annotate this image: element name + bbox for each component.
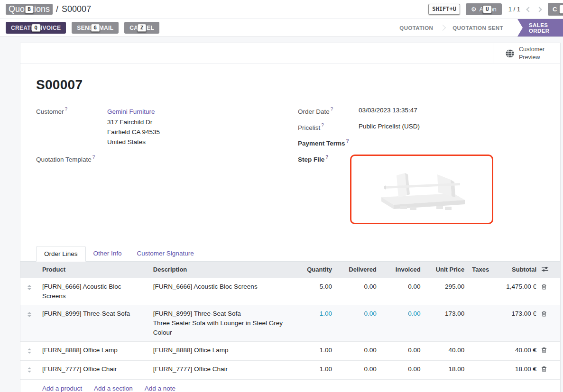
- pager-previous-icon[interactable]: [526, 7, 531, 12]
- cell-invoiced[interactable]: 0.00: [380, 361, 425, 380]
- help-icon: ?: [65, 107, 68, 112]
- cell-taxes[interactable]: [468, 278, 493, 305]
- cell-unit-price[interactable]: 40.00: [425, 342, 469, 361]
- drag-handle[interactable]: [20, 361, 38, 380]
- hint-badge-breadcrumb: B: [25, 5, 34, 14]
- create-invoice-button[interactable]: CREATE INVOICE Q: [6, 22, 66, 34]
- cell-delivered[interactable]: 0.00: [336, 305, 380, 342]
- step-file-image[interactable]: [350, 155, 493, 224]
- tab-other-info[interactable]: Other Info: [86, 246, 129, 261]
- cell-quantity[interactable]: 1.00: [294, 361, 336, 380]
- cell-delivered[interactable]: 0.00: [336, 361, 380, 380]
- table-header-row: Product Description Quantity Delivered I…: [20, 262, 560, 278]
- order-date-value[interactable]: 03/03/2023 13:35:47: [359, 107, 417, 115]
- column-header-description[interactable]: Description: [149, 262, 294, 278]
- column-header-product[interactable]: Product: [38, 262, 149, 278]
- table-row: [FURN_8999] Three-Seat Sofa [FURN_8999] …: [20, 305, 560, 342]
- stage-quotation-sent[interactable]: QUOTATION SENT: [443, 19, 513, 36]
- help-icon: ?: [321, 123, 324, 128]
- drag-handle-icon: [28, 367, 31, 373]
- stage-quotation[interactable]: QUOTATION: [390, 19, 443, 36]
- column-header-subtotal[interactable]: Subtotal: [493, 262, 540, 278]
- send-email-button[interactable]: SEND EMAIL G: [72, 22, 119, 34]
- create-button[interactable]: C: [548, 3, 563, 16]
- breadcrumb-quotations-link[interactable]: Quotations B: [6, 4, 53, 15]
- step-file-field: Step File?: [298, 155, 560, 224]
- customer-address-line: 317 Fairchild Dr: [107, 117, 160, 127]
- order-lines-table: Product Description Quantity Delivered I…: [20, 262, 560, 392]
- delete-row-button[interactable]: [540, 278, 560, 305]
- customer-link[interactable]: Gemini Furniture: [107, 107, 160, 117]
- cell-taxes[interactable]: [468, 361, 493, 380]
- cell-taxes[interactable]: [468, 305, 493, 342]
- add-note-link[interactable]: Add a note: [145, 385, 175, 392]
- drag-handle[interactable]: [20, 305, 38, 342]
- handle-column-header: [20, 262, 38, 278]
- cell-quantity[interactable]: 1.00: [294, 305, 336, 342]
- cell-product[interactable]: [FURN_6666] Acoustic Bloc Screens: [38, 278, 149, 305]
- quotation-template-label: Quotation Template?: [36, 155, 107, 163]
- drag-handle[interactable]: [20, 278, 38, 305]
- cancel-button[interactable]: CANCEL Z: [124, 22, 159, 34]
- breadcrumb-separator: /: [56, 4, 58, 14]
- form-sheet: S00007 Customer? Gemini Furniture 317 Fa…: [20, 64, 560, 232]
- cell-delivered[interactable]: 0.00: [336, 278, 380, 305]
- 3d-part-preview: [367, 163, 476, 215]
- delete-row-button[interactable]: [540, 342, 560, 361]
- cell-quantity[interactable]: 1.00: [294, 342, 336, 361]
- card-button-strip: Customer Preview: [20, 43, 560, 64]
- cell-invoiced[interactable]: 0.00: [380, 305, 425, 342]
- column-header-delivered[interactable]: Delivered: [336, 262, 380, 278]
- record-pager: 1 / 1: [508, 6, 541, 13]
- tab-order-lines[interactable]: Order Lines: [36, 246, 86, 262]
- cell-taxes[interactable]: [468, 342, 493, 361]
- cell-subtotal: 18.00 €: [493, 361, 540, 380]
- column-header-taxes[interactable]: Taxes: [468, 262, 493, 278]
- cell-quantity[interactable]: 5.00: [294, 278, 336, 305]
- top-navigation-bar: Quotations B / S00007 SHIFT+U ⚙ Action U…: [0, 0, 563, 19]
- add-product-link[interactable]: Add a product: [42, 385, 82, 392]
- drag-handle-icon: [28, 312, 31, 317]
- stage-sales-order[interactable]: SALES ORDER: [517, 19, 563, 36]
- drag-handle[interactable]: [20, 342, 38, 361]
- sliders-icon: [541, 266, 549, 272]
- cell-product[interactable]: [FURN_8999] Three-Seat Sofa: [38, 305, 149, 342]
- cell-product[interactable]: [FURN_7777] Office Chair: [38, 361, 149, 380]
- add-section-link[interactable]: Add a section: [94, 385, 133, 392]
- cell-description[interactable]: [FURN_6666] Acoustic Bloc Screens: [149, 278, 294, 305]
- optional-columns-button[interactable]: [540, 262, 560, 278]
- order-date-label: Order Date?: [298, 107, 359, 115]
- cell-description[interactable]: [FURN_7777] Office Chair: [149, 361, 294, 380]
- delete-row-button[interactable]: [540, 361, 560, 380]
- form-card: Customer Preview S00007 Customer? Gemini…: [20, 43, 561, 392]
- main-content: Customer Preview S00007 Customer? Gemini…: [0, 37, 563, 392]
- customer-preview-button[interactable]: Customer Preview: [493, 43, 560, 64]
- pricelist-value[interactable]: Public Pricelist (USD): [359, 123, 420, 131]
- cell-product[interactable]: [FURN_8888] Office Lamp: [38, 342, 149, 361]
- cell-delivered[interactable]: 0.00: [336, 342, 380, 361]
- action-menu-button[interactable]: ⚙ Action U: [466, 3, 502, 15]
- cell-unit-price[interactable]: 173.00: [425, 305, 469, 342]
- customer-value: Gemini Furniture 317 Fairchild Dr Fairfi…: [107, 107, 160, 147]
- quotation-template-field: Quotation Template?: [36, 155, 298, 163]
- cell-invoiced[interactable]: 0.00: [380, 278, 425, 305]
- hint-badge-send-email: G: [91, 24, 100, 32]
- page-title: S00007: [36, 77, 560, 92]
- tab-customer-signature[interactable]: Customer Signature: [129, 246, 202, 261]
- cell-description[interactable]: [FURN_8888] Office Lamp: [149, 342, 294, 361]
- help-icon: ?: [346, 138, 349, 144]
- column-header-quantity[interactable]: Quantity: [294, 262, 336, 278]
- help-icon: ?: [325, 155, 328, 160]
- form-button-bar: CREATE INVOICE Q SEND EMAIL G CANCEL Z Q…: [0, 19, 563, 37]
- column-header-invoiced[interactable]: Invoiced: [380, 262, 425, 278]
- cell-invoiced[interactable]: 0.00: [380, 342, 425, 361]
- delete-row-button[interactable]: [540, 305, 560, 342]
- column-header-unit-price[interactable]: Unit Price: [425, 262, 469, 278]
- field-column-left: Customer? Gemini Furniture 317 Fairchild…: [36, 107, 298, 232]
- customer-address-line: Fairfield CA 94535: [107, 127, 160, 137]
- pager-next-icon[interactable]: [536, 7, 542, 12]
- cell-unit-price[interactable]: 295.00: [425, 278, 469, 305]
- cell-unit-price[interactable]: 18.00: [425, 361, 469, 380]
- cell-description[interactable]: [FURN_8999] Three-Seat Sofa Three Seater…: [149, 305, 294, 342]
- cell-subtotal: 1,475.00 €: [493, 278, 540, 305]
